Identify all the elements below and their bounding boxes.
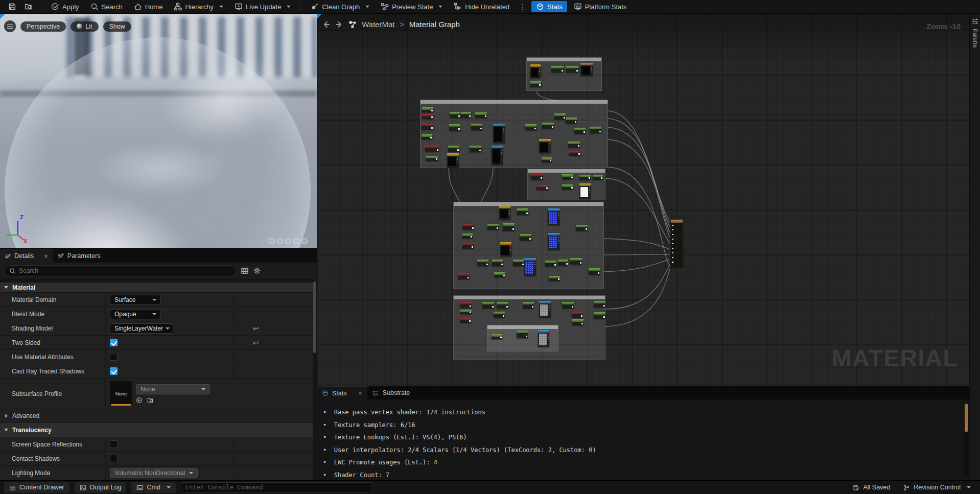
material-node[interactable] [461,112,471,118]
material-node[interactable] [548,208,559,225]
material-node[interactable] [462,233,473,239]
material-node[interactable] [458,273,470,279]
material-node[interactable] [448,146,459,152]
material-node[interactable] [548,233,559,250]
material-output-node[interactable] [671,220,683,267]
material-node[interactable] [576,225,588,231]
material-node[interactable] [558,260,568,266]
material-node[interactable] [426,156,438,161]
close-icon[interactable]: × [359,390,362,397]
material-node[interactable] [497,302,508,309]
material-node[interactable] [562,174,573,179]
material-node[interactable] [572,319,584,325]
tab-details[interactable]: Details × [0,249,53,263]
material-node[interactable] [517,331,528,338]
details-search[interactable] [4,265,237,276]
viewport-menu-button[interactable] [4,20,16,32]
show-button[interactable]: Show [103,21,131,32]
material-node[interactable] [499,206,510,220]
material-domain-dropdown[interactable]: Surface [110,295,161,305]
material-node[interactable] [517,208,528,215]
material-node[interactable] [572,312,583,318]
material-node[interactable] [538,330,549,347]
material-node[interactable] [542,157,552,162]
material-node[interactable] [539,139,551,153]
material-node[interactable] [551,66,564,73]
material-node[interactable] [500,242,511,256]
comment-box-title[interactable] [421,100,608,104]
close-icon[interactable]: × [44,252,48,260]
material-node[interactable] [531,174,543,180]
stats-button[interactable]: Stats [531,1,567,12]
material-node[interactable] [450,112,460,118]
material-node[interactable] [494,272,505,277]
comment-box-title[interactable] [527,58,601,61]
output-log-button[interactable]: Output Log [75,482,127,493]
tab-parameters[interactable]: Parameters [53,249,106,263]
hide-unrelated-button[interactable]: Hide Unrelated [449,1,514,12]
screen-space-reflections-checkbox[interactable] [110,440,118,448]
shading-model-dropdown[interactable]: SingleLayerWater [110,323,173,334]
breadcrumb-asset[interactable]: WaterMat [362,20,394,29]
clean-graph-button[interactable]: Clean Graph [306,1,374,12]
material-node[interactable] [593,175,603,180]
material-node[interactable] [493,124,505,143]
comment-box-title[interactable] [454,202,603,206]
material-node[interactable] [589,268,600,275]
material-node[interactable] [579,175,591,180]
material-node[interactable] [554,113,566,120]
material-node[interactable] [523,302,534,309]
material-node[interactable] [503,223,515,231]
material-node[interactable] [536,185,548,190]
display-filter-icon[interactable] [241,267,249,275]
details-search-input[interactable] [19,267,231,274]
material-node[interactable] [460,318,471,323]
lit-mode-button[interactable]: Lit [71,21,98,32]
material-node[interactable] [520,234,531,241]
browse-to-asset-button[interactable] [21,1,36,12]
comment-box-title[interactable] [487,325,558,329]
material-node[interactable] [492,260,503,266]
material-node[interactable] [568,142,580,148]
two-sided-checkbox[interactable] [110,339,118,346]
material-node[interactable] [545,261,556,267]
material-node[interactable] [530,81,541,87]
contact-shadows-checkbox[interactable] [110,455,118,462]
back-arrow-icon[interactable] [322,20,330,29]
tab-substrate[interactable]: Substrate [367,386,415,399]
material-node[interactable] [477,260,488,266]
blend-mode-dropdown[interactable]: Opaque [110,309,161,319]
preview-viewport[interactable]: Perspective Lit Show Z X [0,14,317,249]
save-button[interactable] [5,1,19,12]
cast-ray-traced-shadows-checkbox[interactable] [110,367,118,375]
material-node[interactable] [580,63,593,76]
comment-box-title[interactable] [528,169,605,173]
material-node[interactable] [425,146,439,152]
reset-to-default-button[interactable]: ↩ [253,324,259,333]
scrollbar-thumb[interactable] [313,281,316,353]
all-saved-status[interactable]: All Saved [853,484,890,491]
material-node[interactable] [569,151,580,156]
scrollbar-thumb[interactable] [965,404,968,432]
preview-state-button[interactable]: Preview State [376,1,447,12]
platform-stats-button[interactable]: Platform Stats [569,1,632,12]
material-node[interactable] [460,302,472,308]
forward-arrow-icon[interactable] [335,20,343,29]
material-node[interactable] [562,184,573,190]
material-node[interactable] [590,127,601,133]
material-node[interactable] [462,243,474,249]
material-node[interactable] [460,310,472,314]
material-node[interactable] [594,312,605,319]
console-command[interactable] [181,482,372,492]
gear-icon[interactable] [253,267,261,275]
material-node[interactable] [542,123,554,129]
material-node[interactable] [539,301,551,318]
material-node[interactable] [549,276,560,281]
material-node[interactable] [422,114,433,119]
material-node[interactable] [513,260,524,266]
lighting-mode-dropdown[interactable]: Volumetric NonDirectional [110,468,198,478]
material-node[interactable] [462,224,474,230]
material-node[interactable] [422,107,433,112]
material-node[interactable] [447,153,459,168]
toolbar-overflow-button[interactable]: ⋮ [516,3,529,11]
